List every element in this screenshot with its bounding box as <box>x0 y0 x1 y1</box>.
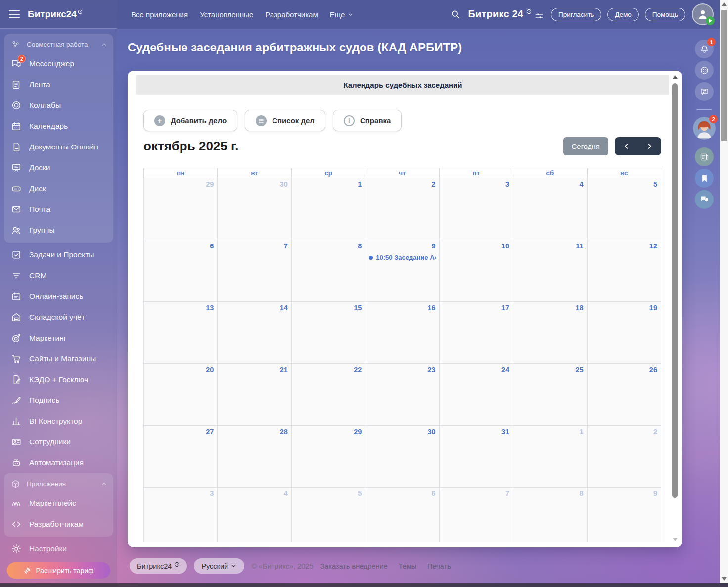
day-cell-23[interactable]: 23 <box>365 364 439 426</box>
search-icon[interactable] <box>451 9 460 19</box>
sidebar-item[interactable]: Лента <box>4 74 113 95</box>
page-scrollbar-thumb[interactable] <box>721 10 727 141</box>
sidebar-item[interactable]: Автоматизация <box>4 452 113 473</box>
day-cell-2[interactable]: 2 <box>365 178 439 240</box>
day-cell-30[interactable]: 30 <box>365 426 439 488</box>
topbar-button-1[interactable]: Пригласить <box>551 8 601 21</box>
sidebar-item[interactable]: Маркетплейс <box>4 493 113 514</box>
day-cell-28[interactable]: 28 <box>218 426 291 488</box>
day-cell-20[interactable]: 20 <box>144 364 218 426</box>
day-cell-29[interactable]: 29 <box>144 178 218 240</box>
sidebar-item[interactable]: Календарь <box>4 116 113 137</box>
day-cell-31[interactable]: 31 <box>439 426 513 488</box>
card-scrollbar[interactable] <box>672 73 679 543</box>
next-month-button[interactable] <box>638 137 661 155</box>
day-cell-9[interactable]: 9 <box>587 488 661 543</box>
day-cell-7[interactable]: 7 <box>439 488 513 543</box>
sidebar-item[interactable]: Документы Онлайн <box>4 137 113 157</box>
app-logo[interactable]: Битрикс24 <box>28 9 83 20</box>
nav-item-4[interactable]: Еще <box>330 10 354 19</box>
rail-button-chat-translate-icon[interactable] <box>695 82 714 101</box>
sidebar-item[interactable]: КЭДО + Госключ <box>4 369 113 390</box>
day-cell-21[interactable]: 21 <box>218 364 291 426</box>
page-scroll-down-arrow[interactable] <box>722 577 727 581</box>
day-cell-4[interactable]: 4 <box>513 178 587 240</box>
day-cell-2[interactable]: 2 <box>587 426 661 488</box>
sidebar-item[interactable]: Группы <box>4 220 113 241</box>
day-cell-8[interactable]: 8 <box>513 488 587 543</box>
day-cell-22[interactable]: 22 <box>291 364 365 426</box>
rail-button-news-icon[interactable] <box>695 147 714 166</box>
day-cell-17[interactable]: 17 <box>439 302 513 364</box>
sidebar-item[interactable]: Подпись <box>4 390 113 411</box>
sidebar-item[interactable]: CRM <box>4 265 113 286</box>
rail-button-bell-icon[interactable]: 1 <box>695 40 714 58</box>
day-cell-4[interactable]: 4 <box>218 488 291 543</box>
sidebar-item[interactable]: Задачи и Проекты <box>4 245 113 265</box>
day-cell-5[interactable]: 5 <box>587 178 661 240</box>
day-cell-7[interactable]: 7 <box>218 240 291 302</box>
rail-button-messages-icon[interactable] <box>695 190 714 209</box>
sliders-icon[interactable] <box>535 11 544 20</box>
toolbar-button-3[interactable]: iСправка <box>333 110 402 131</box>
day-cell-18[interactable]: 18 <box>513 302 587 364</box>
sidebar-item[interactable]: Складской учёт <box>4 307 113 328</box>
day-cell-10[interactable]: 10 <box>439 240 513 302</box>
day-cell-30[interactable]: 30 <box>218 178 291 240</box>
day-cell-3[interactable]: 3 <box>144 488 218 543</box>
day-cell-1[interactable]: 1 <box>291 178 365 240</box>
sidebar-item[interactable]: Онлайн-запись <box>4 286 113 307</box>
day-cell-14[interactable]: 14 <box>218 302 291 364</box>
user-profile-avatar[interactable]: 2 <box>693 117 716 140</box>
footer-link-2[interactable]: Темы <box>399 562 417 570</box>
day-cell-19[interactable]: 19 <box>587 302 661 364</box>
rail-button-bookmark-icon[interactable] <box>695 169 714 188</box>
topbar-button-3[interactable]: Помощь <box>645 8 685 21</box>
day-cell-11[interactable]: 11 <box>513 240 587 302</box>
sidebar-item[interactable]: Почта <box>4 199 113 220</box>
nav-item-3[interactable]: Разработчикам <box>265 10 318 19</box>
day-cell-5[interactable]: 5 <box>291 488 365 543</box>
day-cell-12[interactable]: 12 <box>587 240 661 302</box>
day-cell-24[interactable]: 24 <box>439 364 513 426</box>
day-cell-6[interactable]: 6 <box>144 240 218 302</box>
scroll-down-arrow[interactable] <box>673 538 678 541</box>
calendar-event[interactable]: 10:50 Заседание А4 <box>369 254 435 261</box>
day-cell-6[interactable]: 6 <box>365 488 439 543</box>
nav-item-1[interactable]: Все приложения <box>131 10 188 19</box>
day-cell-29[interactable]: 29 <box>291 426 365 488</box>
sidebar-section-header[interactable]: Совместная работа <box>4 35 113 53</box>
topbar-button-2[interactable]: Демо <box>607 8 638 21</box>
day-cell-3[interactable]: 3 <box>439 178 513 240</box>
day-cell-16[interactable]: 16 <box>365 302 439 364</box>
sidebar-item[interactable]: Маркетинг <box>4 328 113 348</box>
sidebar-item[interactable]: BI Конструктор <box>4 411 113 432</box>
scroll-up-arrow[interactable] <box>673 75 678 79</box>
footer-link-3[interactable]: Печать <box>427 562 451 570</box>
day-cell-26[interactable]: 26 <box>587 364 661 426</box>
upgrade-plan-button[interactable]: Расширить тариф <box>7 562 110 579</box>
day-cell-13[interactable]: 13 <box>144 302 218 364</box>
sidebar-item[interactable]: 2Мессенджер <box>4 53 113 74</box>
sidebar-item[interactable]: Диск <box>4 178 113 199</box>
sidebar-item[interactable]: Коллабы <box>4 95 113 116</box>
sidebar-item[interactable]: Сайты и Магазины <box>4 348 113 369</box>
toolbar-button-1[interactable]: +Добавить дело <box>143 110 237 131</box>
nav-item-2[interactable]: Установленные <box>200 10 253 19</box>
today-button[interactable]: Сегодня <box>563 137 609 155</box>
page-scroll-up-arrow[interactable] <box>722 2 727 6</box>
day-cell-1[interactable]: 1 <box>513 426 587 488</box>
toolbar-button-2[interactable]: Список дел <box>245 110 325 131</box>
language-selector[interactable]: Русский <box>194 558 244 574</box>
sidebar-item[interactable]: Настройки <box>4 538 113 559</box>
sidebar-item[interactable]: Доски <box>4 157 113 178</box>
rail-button-copilot-icon[interactable] <box>695 61 714 80</box>
sidebar-section-header[interactable]: Приложения <box>4 474 113 493</box>
user-avatar[interactable] <box>692 3 714 25</box>
footer-link-1[interactable]: Заказать внедрение <box>320 562 387 570</box>
day-cell-25[interactable]: 25 <box>513 364 587 426</box>
day-cell-9[interactable]: 910:50 Заседание А4 <box>365 240 439 302</box>
day-cell-8[interactable]: 8 <box>291 240 365 302</box>
menu-toggle-icon[interactable] <box>9 10 20 18</box>
scrollbar-thumb[interactable] <box>672 83 678 498</box>
